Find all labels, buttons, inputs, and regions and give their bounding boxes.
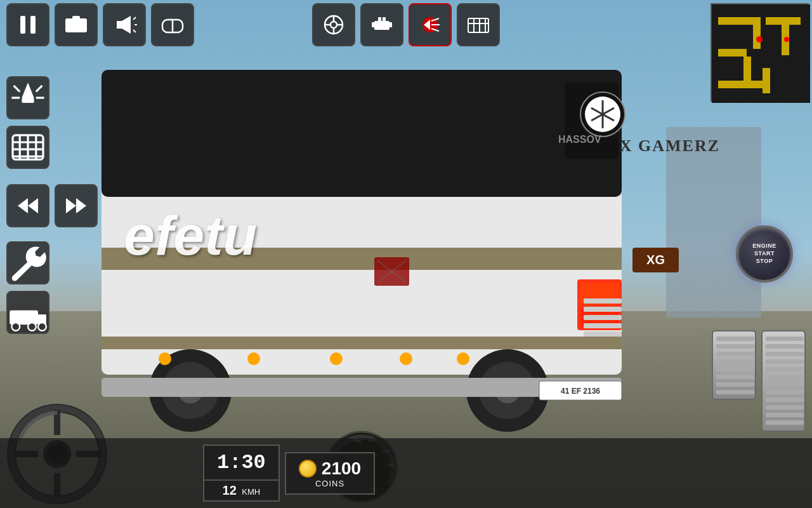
- svg-rect-57: [388, 22, 392, 27]
- coins-label: COINS: [315, 479, 344, 488]
- engine-button-label: ENGINE START STOP: [752, 243, 776, 265]
- bus-side-text: efetu: [124, 203, 257, 268]
- svg-rect-130: [766, 375, 804, 379]
- svg-point-48: [331, 22, 337, 28]
- svg-rect-136: [766, 420, 804, 425]
- coin-icon: [299, 460, 317, 478]
- xg-badge: XG: [632, 248, 679, 272]
- engine-start-stop-button[interactable]: ENGINE START STOP: [736, 225, 793, 283]
- svg-rect-124: [716, 390, 754, 394]
- grill-button[interactable]: [6, 126, 49, 169]
- headlights-button[interactable]: [409, 3, 452, 46]
- speed-unit: KMH: [242, 487, 260, 497]
- svg-point-14: [159, 352, 171, 365]
- svg-point-84: [11, 323, 20, 331]
- svg-marker-80: [28, 198, 38, 213]
- svg-rect-132: [766, 390, 804, 394]
- svg-line-68: [14, 86, 20, 92]
- wrench-button[interactable]: [6, 241, 49, 284]
- brake-pedal[interactable]: [712, 330, 756, 400]
- pedals-container: [712, 330, 806, 432]
- camera-button[interactable]: [55, 3, 98, 46]
- svg-line-42: [133, 17, 136, 20]
- top-toolbar-center: [312, 3, 500, 46]
- nav-arrows: [6, 184, 98, 227]
- branding-text: X GAMERZ: [620, 137, 720, 156]
- svg-rect-21: [584, 315, 622, 320]
- svg-line-44: [133, 30, 136, 32]
- timer-display: 1:30 12 KMH: [203, 444, 280, 502]
- svg-rect-20: [584, 307, 622, 312]
- svg-rect-90: [718, 49, 747, 57]
- svg-point-16: [330, 352, 343, 365]
- svg-rect-135: [766, 413, 804, 417]
- svg-rect-94: [743, 57, 751, 88]
- svg-text:HASSOV: HASSOV: [558, 134, 601, 145]
- svg-rect-19: [584, 298, 622, 304]
- lights-button[interactable]: [6, 76, 49, 119]
- cargo-button[interactable]: [457, 3, 500, 46]
- engine-button[interactable]: [360, 3, 403, 46]
- timer-box: 1:30: [203, 444, 280, 481]
- coins-row: 2100: [299, 458, 361, 479]
- svg-rect-88: [718, 17, 756, 25]
- svg-rect-41: [72, 16, 80, 20]
- left-controls: [6, 76, 49, 169]
- svg-rect-129: [766, 367, 804, 371]
- svg-rect-121: [716, 367, 754, 371]
- svg-point-97: [784, 37, 789, 42]
- wheel-settings-button[interactable]: [312, 3, 355, 46]
- truck-selector-button[interactable]: [6, 291, 49, 334]
- svg-point-86: [38, 323, 46, 331]
- svg-marker-81: [66, 198, 76, 213]
- svg-point-17: [400, 352, 412, 365]
- svg-rect-56: [372, 22, 376, 27]
- svg-rect-127: [766, 352, 804, 356]
- svg-rect-23: [584, 331, 622, 337]
- svg-rect-133: [766, 398, 804, 402]
- svg-rect-128: [766, 359, 804, 364]
- left-controls-bottom: [6, 241, 49, 334]
- svg-rect-126: [766, 344, 804, 349]
- svg-line-69: [36, 86, 43, 92]
- svg-marker-79: [18, 198, 28, 213]
- horn-button[interactable]: [103, 3, 146, 46]
- svg-rect-120: [716, 359, 754, 364]
- fastforward-button[interactable]: [55, 184, 98, 227]
- svg-rect-119: [716, 352, 754, 356]
- svg-text:41 EF 2136: 41 EF 2136: [561, 387, 600, 396]
- svg-point-18: [457, 352, 469, 365]
- svg-rect-93: [782, 17, 789, 55]
- gas-pedal[interactable]: [761, 330, 806, 432]
- timer-value: 1:30: [217, 451, 266, 474]
- svg-point-85: [28, 323, 36, 331]
- svg-point-40: [74, 23, 78, 27]
- svg-rect-22: [584, 323, 622, 328]
- svg-rect-4: [102, 337, 622, 349]
- svg-rect-125: [766, 337, 804, 341]
- mirror-button[interactable]: [151, 3, 194, 46]
- pause-button[interactable]: [6, 3, 49, 46]
- svg-rect-53: [374, 21, 390, 30]
- svg-rect-95: [763, 68, 770, 93]
- bottom-hud: 1:30 12 KMH 2100 COINS: [0, 438, 812, 508]
- svg-marker-82: [76, 198, 86, 213]
- svg-rect-54: [378, 17, 381, 22]
- svg-rect-123: [716, 382, 754, 387]
- svg-rect-134: [766, 405, 804, 410]
- svg-point-15: [247, 352, 260, 365]
- coins-display: 2100 COINS: [285, 452, 375, 495]
- rewind-button[interactable]: [6, 184, 49, 227]
- minimap: [710, 3, 809, 102]
- svg-point-96: [756, 36, 763, 43]
- svg-rect-1: [102, 70, 622, 197]
- svg-rect-37: [30, 16, 36, 34]
- svg-rect-131: [766, 382, 804, 387]
- svg-rect-36: [20, 16, 25, 34]
- svg-rect-67: [22, 98, 34, 103]
- svg-rect-118: [716, 344, 754, 349]
- coins-value: 2100: [322, 458, 361, 479]
- speed-value: 12: [223, 483, 237, 497]
- svg-rect-122: [716, 375, 754, 379]
- svg-rect-117: [716, 337, 754, 341]
